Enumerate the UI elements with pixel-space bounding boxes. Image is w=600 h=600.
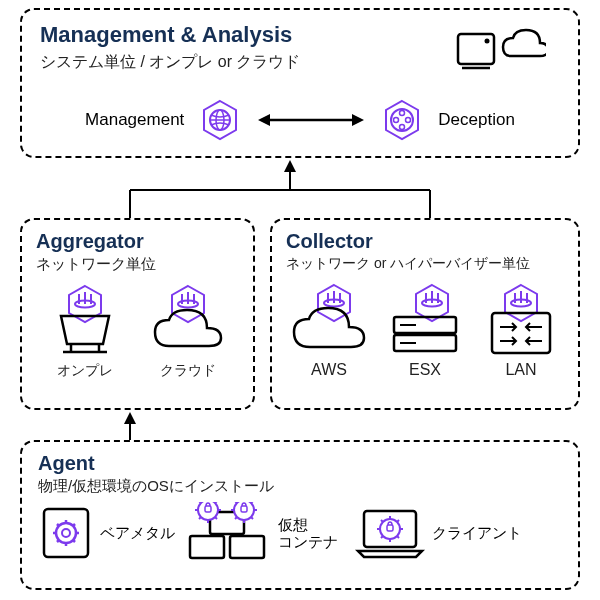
collector-esx-label: ESX: [386, 361, 464, 379]
svg-line-76: [199, 502, 201, 503]
svg-point-21: [394, 118, 399, 123]
svg-marker-17: [352, 114, 364, 126]
aggregator-subtitle: ネットワーク単位: [36, 255, 239, 274]
agent-subtitle: 物理/仮想環境のOSにインストール: [38, 477, 562, 496]
aggregator-onpre-icon: [49, 284, 121, 358]
agent-title: Agent: [38, 452, 562, 475]
svg-line-66: [73, 524, 75, 526]
svg-rect-8: [458, 34, 494, 64]
management-label: Management: [85, 110, 184, 130]
collector-box: Collector ネットワーク or ハイパーバイザー単位 AWS: [270, 218, 580, 410]
collector-lan-icon: [482, 283, 560, 357]
collector-esx-icon: [386, 283, 464, 357]
svg-line-100: [397, 520, 399, 522]
double-arrow-icon: [256, 110, 366, 130]
svg-line-65: [57, 540, 59, 542]
aggregator-cloud-label: クラウド: [149, 362, 227, 380]
agent-virtual-label-1: 仮想: [278, 516, 348, 533]
collector-lan-label: LAN: [482, 361, 560, 379]
svg-point-67: [62, 529, 70, 537]
svg-line-64: [73, 540, 75, 542]
svg-rect-69: [230, 536, 264, 558]
globe-hex-icon: [198, 98, 242, 142]
svg-line-98: [397, 536, 399, 538]
svg-line-87: [251, 517, 253, 519]
agent-box: Agent 物理/仮想環境のOSにインストール ベアメタル: [20, 440, 580, 590]
aggregator-onpre-label: オンプレ: [49, 362, 121, 380]
deception-label: Deception: [438, 110, 515, 130]
svg-line-88: [235, 517, 237, 519]
agent-client-icon: [354, 505, 426, 561]
collector-aws-label: AWS: [290, 361, 368, 379]
svg-line-79: [215, 502, 217, 503]
agent-baremetal-icon: [38, 503, 94, 563]
svg-point-23: [400, 125, 405, 130]
collector-subtitle: ネットワーク or ハイパーバイザー単位: [286, 255, 564, 273]
svg-line-86: [235, 502, 237, 503]
svg-point-9: [485, 39, 490, 44]
cells-hex-icon: [380, 98, 424, 142]
svg-line-99: [381, 536, 383, 538]
svg-marker-3: [284, 160, 296, 172]
svg-rect-57: [44, 509, 88, 557]
collector-aws-icon: [290, 283, 368, 357]
aggregator-cloud-icon: [149, 284, 227, 358]
agent-client-label: クライアント: [432, 524, 522, 543]
svg-point-20: [400, 111, 405, 116]
svg-marker-7: [124, 412, 136, 424]
svg-rect-101: [387, 525, 393, 531]
svg-marker-16: [258, 114, 270, 126]
svg-rect-56: [492, 313, 550, 353]
aggregator-box: Aggregator ネットワーク単位 オンプレ: [20, 218, 255, 410]
svg-line-77: [215, 517, 217, 519]
management-box: Management & Analysis システム単位 / オンプレ or ク…: [20, 8, 580, 158]
svg-point-19: [391, 109, 413, 131]
svg-line-78: [199, 517, 201, 519]
svg-line-97: [381, 520, 383, 522]
agent-baremetal-label: ベアメタル: [100, 524, 180, 543]
svg-line-63: [57, 524, 59, 526]
server-cloud-icon: [456, 28, 546, 73]
svg-line-89: [251, 502, 253, 503]
aggregator-title: Aggregator: [36, 230, 239, 253]
collector-title: Collector: [286, 230, 564, 253]
svg-rect-68: [190, 536, 224, 558]
agent-virtual-icon: [186, 502, 272, 564]
agent-virtual-label-2: コンテナ: [278, 533, 348, 550]
svg-point-22: [406, 118, 411, 123]
